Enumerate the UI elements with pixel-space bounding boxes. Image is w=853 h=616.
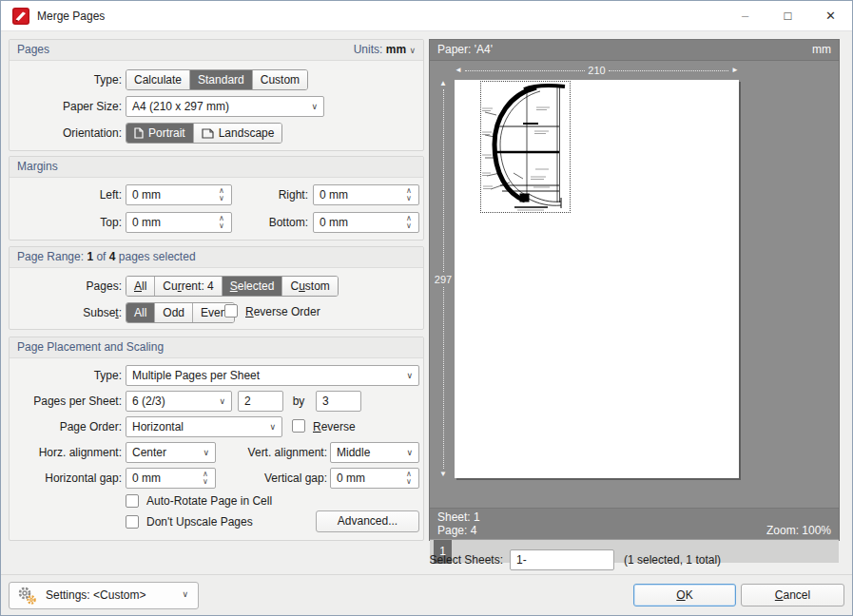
auto-rotate-label: Auto-Rotate Page in Cell [146, 493, 272, 509]
orientation-toggle: Portrait Landscape [126, 123, 282, 144]
pages-per-sheet-select[interactable]: 6 (2/3) ∨ [126, 391, 232, 412]
vert-alignment-label: Vert. alignment: [223, 442, 327, 463]
margins-group-header: Margins [10, 157, 423, 178]
ruler-left-arrow-icon: ◄ [455, 67, 462, 74]
orientation-portrait-button[interactable]: Portrait [126, 124, 194, 143]
vertical-gap-input[interactable]: 0 mm ∧∨ [330, 468, 419, 489]
horz-alignment-chevron-down-icon: ∨ [203, 443, 209, 462]
placement-type-value: Multiple Pages per Sheet [132, 369, 260, 382]
paper-size-value: A4 (210 x 297 mm) [132, 100, 229, 113]
pages-per-sheet-value: 6 (2/3) [132, 395, 165, 408]
margins-group-title: Margins [17, 160, 58, 173]
margin-bottom-input[interactable]: 0 mm ∧∨ [313, 212, 419, 233]
preview-page[interactable] [455, 80, 739, 478]
reverse-checkbox[interactable] [292, 419, 305, 433]
type-standard-button[interactable]: Standard [190, 70, 253, 89]
type-calculate-button[interactable]: Calculate [126, 70, 190, 89]
page-order-value: Horizontal [132, 420, 184, 433]
horizontal-gap-value: 0 mm [132, 472, 161, 485]
orientation-label: Orientation: [10, 123, 122, 144]
preview-paper-title: Paper: 'A4' [430, 40, 493, 60]
page-range-group-header: Page Range: 1 of 4 pages selected [10, 247, 423, 268]
pages-custom-button[interactable]: Custom [282, 277, 337, 296]
pages-all-button[interactable]: All [126, 277, 155, 296]
pages-current-button[interactable]: Current: 4 [155, 277, 222, 296]
horz-alignment-select[interactable]: Center ∨ [126, 442, 216, 463]
subset-all-button[interactable]: All [126, 303, 155, 322]
units-value[interactable]: mm [386, 43, 406, 56]
type-custom-button[interactable]: Custom [253, 70, 307, 89]
vertical-gap-spinner[interactable]: ∧∨ [403, 470, 415, 487]
page-range-of: of [96, 250, 106, 263]
placement-type-select[interactable]: Multiple Pages per Sheet ∨ [126, 365, 419, 386]
app-icon [12, 8, 29, 25]
ok-button[interactable]: OK [633, 584, 736, 606]
placement-type-chevron-down-icon: ∨ [406, 366, 413, 385]
vertical-gap-label: Vertical gap: [223, 468, 327, 489]
paper-size-select[interactable]: A4 (210 x 297 mm) ∨ [126, 96, 324, 117]
margin-left-spinner[interactable]: ∧∨ [216, 186, 227, 203]
margin-left-label: Left: [10, 184, 122, 205]
close-button[interactable]: ✕ [809, 1, 852, 30]
placed-page-cell [480, 81, 571, 213]
landscape-label: Landscape [219, 126, 275, 140]
horizontal-ruler: ◄ 210 ► [455, 64, 739, 77]
margin-left-input[interactable]: 0 mm ∧∨ [126, 184, 232, 205]
preview-canvas[interactable]: ◄ 210 ► ▲ 297 ▼ [430, 61, 839, 487]
reverse-label: Reverse [313, 419, 356, 434]
select-sheets-input[interactable] [510, 549, 614, 570]
portrait-page-icon [134, 125, 144, 144]
vert-alignment-select[interactable]: Middle ∨ [330, 442, 419, 463]
horz-alignment-value: Center [132, 446, 166, 459]
merge-pages-dialog: Merge Pages – □ ✕ Pages Units: mm ∨ Type… [0, 0, 853, 616]
margin-right-spinner[interactable]: ∧∨ [403, 186, 415, 203]
cancel-button[interactable]: Cancel [741, 584, 844, 606]
reverse-order-checkbox[interactable] [224, 304, 238, 318]
maximize-button[interactable]: □ [766, 1, 809, 30]
page-order-chevron-down-icon: ∨ [269, 417, 276, 436]
no-upscale-label: Don't Upscale Pages [146, 514, 253, 529]
margin-top-label: Top: [10, 212, 122, 233]
orientation-landscape-button[interactable]: Landscape [194, 124, 282, 143]
horizontal-gap-spinner[interactable]: ∧∨ [200, 470, 211, 487]
margin-top-input[interactable]: 0 mm ∧∨ [126, 212, 232, 233]
auto-rotate-checkbox[interactable] [126, 494, 139, 508]
advanced-button[interactable]: Advanced... [316, 510, 419, 532]
by-label: by [289, 391, 308, 412]
horizontal-gap-input[interactable]: 0 mm ∧∨ [126, 468, 216, 489]
pages-range-label: Pages: [10, 276, 122, 297]
placement-group-title: Page Placement and Scaling [17, 340, 164, 354]
settings-button[interactable]: Settings: <Custom> ∨ [9, 582, 199, 609]
page-order-select[interactable]: Horizontal ∨ [126, 416, 282, 437]
pages-selected-button[interactable]: Selected [223, 277, 283, 296]
preview-header: Paper: 'A4' mm [430, 40, 839, 61]
ruler-right-arrow-icon: ► [731, 67, 739, 74]
settings-chevron-down-icon: ∨ [182, 589, 188, 599]
ruler-up-arrow-icon: ▲ [439, 80, 447, 87]
page-range-title: Page Range: [17, 250, 84, 263]
grid-rows-input[interactable] [316, 391, 361, 412]
subset-odd-button[interactable]: Odd [155, 303, 193, 322]
hruler-label: 210 [588, 65, 605, 76]
placement-group: Page Placement and Scaling Type: Multipl… [9, 337, 424, 541]
subset-toggle: All Odd Even [126, 302, 235, 323]
page-range-count: 1 [87, 250, 93, 263]
no-upscale-checkbox[interactable] [126, 515, 139, 529]
units-label: Units: [354, 43, 383, 56]
vruler-label: 297 [435, 274, 452, 285]
margin-right-input[interactable]: 0 mm ∧∨ [313, 184, 419, 205]
margin-top-spinner[interactable]: ∧∨ [216, 214, 227, 231]
vertical-gap-value: 0 mm [337, 472, 365, 485]
margin-bottom-spinner[interactable]: ∧∨ [403, 214, 415, 231]
footer-bar: Settings: <Custom> ∨ OK Cancel [1, 574, 852, 616]
minimize-button[interactable]: – [724, 1, 766, 30]
select-sheets-note: (1 selected, 1 total) [624, 549, 721, 570]
units-chevron-down-icon[interactable]: ∨ [409, 46, 416, 55]
preview-panel: Paper: 'A4' mm ◄ 210 ► ▲ 297 ▼ [429, 39, 840, 541]
grid-columns-input[interactable] [238, 391, 283, 412]
page-order-label: Page Order: [10, 416, 122, 437]
pages-per-sheet-label: Pages per Sheet: [10, 391, 122, 412]
select-sheets-label: Select Sheets: [286, 549, 503, 570]
placement-group-header: Page Placement and Scaling [10, 337, 423, 358]
subset-label: Subset: [10, 302, 122, 323]
